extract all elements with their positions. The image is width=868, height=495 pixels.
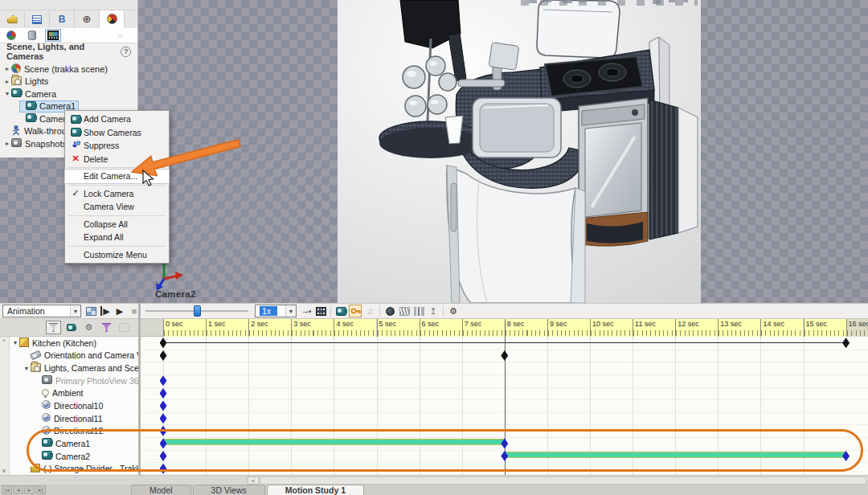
- menu-item-expand-all[interactable]: Expand All: [65, 231, 169, 244]
- tab-3d-views[interactable]: 3D Views: [193, 485, 265, 495]
- menu-item-camera-view[interactable]: Camera View: [65, 200, 169, 214]
- save-animation-icon[interactable]: [314, 305, 327, 317]
- study-type-select[interactable]: Animation ▾: [2, 305, 81, 317]
- ruler-tick-0sec[interactable]: 0 sec: [163, 319, 206, 337]
- keyframe-black-16sec[interactable]: [842, 338, 850, 348]
- ruler-tick-4sec[interactable]: 4 sec: [334, 319, 376, 337]
- decal-cylinder-icon[interactable]: [24, 29, 40, 42]
- expander-icon[interactable]: ▸: [3, 65, 11, 72]
- motion-tree-item-directional12[interactable]: Directional12: [10, 424, 138, 437]
- keyframe-blue-0sec[interactable]: [160, 388, 167, 399]
- link-chain-icon[interactable]: ∞: [113, 29, 129, 42]
- horizontal-scrollbar[interactable]: <: [0, 475, 868, 485]
- filter-results-icon[interactable]: [117, 321, 132, 334]
- manager-tab-feature-tree[interactable]: [25, 10, 50, 28]
- scrollbar-track[interactable]: [260, 477, 866, 485]
- motion-tree-item-camera1[interactable]: Camera1: [10, 437, 138, 450]
- ruler-tick-12sec[interactable]: 12 sec: [675, 319, 718, 337]
- playback-speed-select[interactable]: 1x ▾: [255, 305, 297, 317]
- tab-navigation-buttons[interactable]: |◂◂▸▸|: [0, 485, 47, 495]
- timeline-canvas[interactable]: 0 sec1 sec2 sec3 sec4 sec5 sec6 sec7 sec…: [141, 319, 868, 475]
- menu-item-delete[interactable]: ✕Delete: [65, 153, 169, 166]
- motion-tree-item-lights-cameras-and-scene[interactable]: ▾Lights, Cameras and Scene: [10, 362, 138, 374]
- manager-tab-property-b[interactable]: B: [50, 10, 75, 28]
- scroll-left-icon[interactable]: <: [248, 477, 259, 485]
- timeline-position-slider[interactable]: [145, 305, 248, 317]
- ruler-tick-9sec[interactable]: 9 sec: [547, 319, 590, 337]
- menu-item-show-cameras[interactable]: Show Cameras: [65, 126, 169, 140]
- motion-tree-item-primary-photoview-36[interactable]: Primary PhotoView 36: [10, 374, 138, 387]
- keyframe-black-0sec[interactable]: [160, 338, 167, 348]
- ruler-tick-16sec[interactable]: 16 sec: [846, 319, 868, 337]
- keyframe-blue-0sec[interactable]: [160, 426, 167, 436]
- tab-nav-first-icon[interactable]: |◂: [2, 485, 12, 494]
- keyframe-blue-0sec[interactable]: [160, 464, 167, 474]
- ruler-tick-6sec[interactable]: 6 sec: [420, 319, 462, 337]
- spring-icon[interactable]: [398, 305, 411, 317]
- expander-icon[interactable]: ▸: [3, 140, 11, 147]
- motor-icon[interactable]: [383, 305, 396, 317]
- animation-wizard-icon[interactable]: [334, 305, 347, 317]
- manager-tab-display-sphere[interactable]: [100, 10, 125, 28]
- motion-tree-item-camera2[interactable]: Camera2: [10, 450, 138, 463]
- autokey-icon[interactable]: [349, 305, 362, 317]
- expander-icon[interactable]: ▾: [3, 90, 11, 97]
- ruler-tick-8sec[interactable]: 8 sec: [505, 319, 547, 337]
- keyframe-black-0sec[interactable]: [160, 350, 167, 361]
- expander-icon[interactable]: ▸: [3, 78, 11, 85]
- ruler-tick-1sec[interactable]: 1 sec: [206, 319, 248, 337]
- filter-driving-icon[interactable]: ⚙: [81, 321, 96, 334]
- ruler-tick-13sec[interactable]: 13 sec: [718, 319, 760, 337]
- calculate-icon[interactable]: [84, 305, 97, 317]
- tab-model[interactable]: Model: [131, 485, 191, 495]
- pane-tree-item-camera[interactable]: ▾Camera: [0, 88, 137, 100]
- ruler-tick-11sec[interactable]: 11 sec: [633, 319, 675, 337]
- damper-icon[interactable]: [412, 305, 425, 317]
- motion-tree-item--storage-divider-trakka[interactable]: (-) Storage Divider - Trakka: [10, 462, 138, 475]
- filter-selected-icon[interactable]: [99, 321, 114, 334]
- filter-funnel-icon[interactable]: [46, 321, 61, 334]
- tab-nav-prev-icon[interactable]: ◂: [13, 485, 23, 494]
- scroll-up-icon[interactable]: ^: [2, 338, 6, 345]
- expander-icon[interactable]: ▾: [11, 339, 19, 346]
- ruler-tick-5sec[interactable]: 5 sec: [377, 319, 420, 337]
- motion-tree-item-directional11[interactable]: Directional11: [10, 412, 138, 425]
- keyframe-blue-0sec[interactable]: [160, 451, 167, 461]
- menu-item-lock-camera[interactable]: ✓Lock Camera: [65, 187, 169, 201]
- tab-nav-last-icon[interactable]: ▸|: [35, 485, 46, 494]
- motion-tree-item-ambient[interactable]: Ambient: [10, 387, 138, 400]
- ruler-tick-7sec[interactable]: 7 sec: [462, 319, 505, 337]
- ruler-tick-2sec[interactable]: 2 sec: [248, 319, 291, 337]
- properties-gear-icon[interactable]: ⚙: [447, 305, 460, 317]
- filter-camera-icon[interactable]: [63, 321, 79, 334]
- keyframe-blue-0sec[interactable]: [160, 375, 167, 386]
- timeline-change-bar[interactable]: [505, 452, 846, 458]
- scene-lights-cameras-icon[interactable]: [45, 29, 61, 42]
- timeline-change-bar[interactable]: [163, 439, 505, 445]
- tab-nav-next-icon[interactable]: ▸: [24, 485, 35, 494]
- ruler-tick-15sec[interactable]: 15 sec: [804, 319, 846, 337]
- expander-icon[interactable]: ▾: [23, 365, 31, 372]
- menu-item-suppress[interactable]: Suppress: [65, 139, 169, 153]
- appearance-sphere-icon[interactable]: [3, 29, 19, 42]
- ruler-tick-14sec[interactable]: 14 sec: [760, 319, 803, 337]
- play-from-start-icon[interactable]: ▶: [99, 305, 112, 317]
- menu-item-add-camera[interactable]: Add Camera: [65, 112, 169, 126]
- ruler-tick-3sec[interactable]: 3 sec: [291, 319, 334, 337]
- motion-tree-item-kitchen-kitchen-[interactable]: ▾Kitchen (Kitchen): [10, 337, 138, 350]
- force-icon[interactable]: ↥: [427, 305, 440, 317]
- pane-tree-item-scene-trakka-scene-[interactable]: ▸Scene (trakka scene): [0, 63, 137, 76]
- keyframe-blue-0sec[interactable]: [160, 401, 167, 411]
- motion-tree-item-orientation-and-camera-vi[interactable]: Orientation and Camera Vi: [10, 350, 138, 362]
- playback-mode-icon[interactable]: →▾: [300, 305, 313, 317]
- play-icon[interactable]: ▶: [113, 305, 126, 317]
- help-icon[interactable]: ?: [121, 47, 131, 57]
- keyframe-black-8sec[interactable]: [501, 350, 508, 361]
- pane-tree-item-lights[interactable]: ▸Lights: [0, 76, 137, 88]
- results-sound-icon[interactable]: ♫: [363, 305, 376, 317]
- menu-item-customize-menu[interactable]: Customize Menu: [65, 248, 169, 262]
- tree-scrollbar[interactable]: ^ v: [0, 337, 10, 475]
- menu-item-edit-camera-[interactable]: Edit Camera...: [65, 170, 169, 183]
- menu-item-collapse-all[interactable]: Collapse All: [65, 218, 169, 231]
- keyframe-blue-0sec[interactable]: [160, 413, 167, 423]
